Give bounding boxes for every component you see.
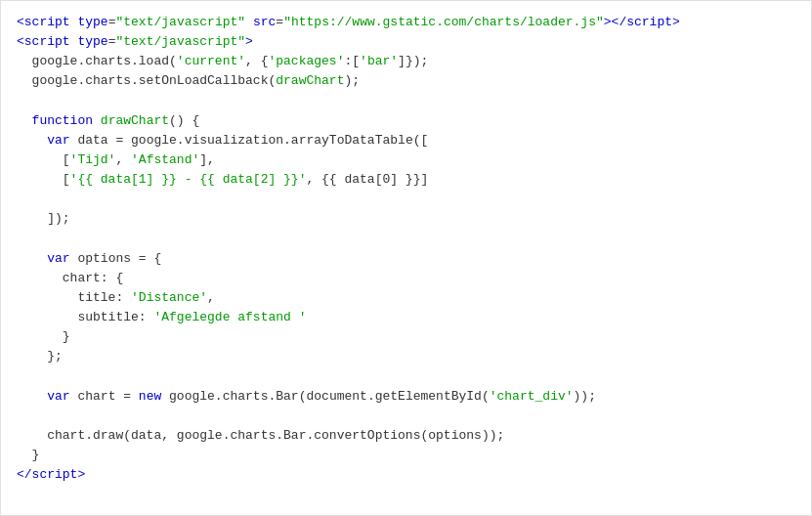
code-token: </ — [612, 15, 627, 29]
code-token: )); — [574, 389, 596, 404]
code-token: , {{ data[0] }}] — [306, 172, 428, 187]
code-token: 'packages' — [268, 54, 344, 68]
code-line: chart: { — [17, 269, 795, 288]
code-token: }; — [17, 349, 63, 364]
code-token: , { — [245, 54, 268, 68]
code-token: 'bar' — [360, 54, 398, 68]
code-line — [17, 190, 795, 209]
code-token: "https://www.gstatic.com/charts/loader.j… — [283, 15, 604, 29]
code-line — [17, 92, 795, 111]
code-token: script — [626, 15, 672, 29]
code-token — [17, 251, 47, 266]
code-token: type — [77, 15, 107, 29]
code-token: "text/javascript" — [115, 15, 245, 29]
code-token: script — [24, 15, 70, 29]
code-token: chart: { — [17, 271, 123, 285]
code-token: script — [32, 467, 78, 482]
code-token: ]); — [17, 211, 70, 226]
code-line: chart.draw(data, google.charts.Bar.conve… — [17, 426, 795, 446]
code-token: drawChart — [276, 73, 344, 88]
code-line: } — [17, 446, 795, 465]
code-token: 'chart_div' — [490, 389, 574, 404]
code-token: script — [24, 34, 70, 49]
code-token: () { — [169, 113, 199, 128]
code-line: ['Tijd', 'Afstand'], — [17, 150, 795, 170]
code-token: } — [17, 448, 39, 462]
code-token — [245, 15, 253, 29]
code-token: [ — [17, 152, 70, 167]
code-token: ); — [344, 73, 360, 88]
code-line — [17, 367, 795, 387]
code-token: drawChart — [101, 113, 169, 128]
code-line: <script type="text/javascript"> — [17, 32, 795, 52]
code-token: google.charts.setOnLoadCallback( — [17, 73, 276, 88]
code-token: > — [672, 15, 680, 29]
code-token: < — [17, 15, 24, 29]
code-line: var data = google.visualization.arrayToD… — [17, 131, 795, 150]
code-token: google.charts.load( — [17, 54, 177, 68]
code-token — [17, 389, 47, 404]
code-token: chart = — [70, 389, 139, 404]
code-token: chart.draw(data, google.charts.Bar.conve… — [17, 428, 504, 443]
code-token: 'Distance' — [131, 290, 207, 305]
code-line: }; — [17, 347, 795, 366]
code-token: title: — [17, 290, 131, 305]
code-token: var — [47, 133, 69, 148]
code-line — [17, 407, 795, 426]
code-token: function — [32, 113, 93, 128]
code-token: 'Afgelegde afstand ' — [153, 310, 306, 324]
code-token: } — [17, 329, 70, 344]
code-line: var options = { — [17, 249, 795, 269]
code-token: type — [77, 34, 107, 49]
code-token: </ — [17, 467, 32, 482]
code-token: options = { — [70, 251, 162, 266]
code-token: ]}); — [398, 54, 428, 68]
code-token: :[ — [344, 54, 360, 68]
code-token: 'Tijd' — [70, 152, 116, 167]
code-token: 'current' — [177, 54, 245, 68]
code-token: src — [253, 15, 276, 29]
code-token: var — [47, 389, 69, 404]
code-token: google.charts.Bar(document.getElementByI… — [161, 389, 489, 404]
code-token: var — [47, 251, 69, 266]
code-token: "text/javascript" — [115, 34, 245, 49]
code-line: ]); — [17, 209, 795, 229]
code-token — [17, 113, 32, 128]
code-token: '{{ data[1] }} - {{ data[2] }}' — [70, 172, 307, 187]
code-token — [17, 133, 47, 148]
code-line: } — [17, 327, 795, 347]
code-line — [17, 230, 795, 249]
code-token: ], — [199, 152, 215, 167]
code-token: < — [17, 34, 24, 49]
code-line: ['{{ data[1] }} - {{ data[2] }}', {{ dat… — [17, 170, 795, 190]
code-token: new — [139, 389, 161, 404]
code-token: > — [245, 34, 253, 49]
code-token: , — [115, 152, 131, 167]
code-line: </script> — [17, 465, 795, 485]
code-token: [ — [17, 172, 70, 187]
code-line: subtitle: 'Afgelegde afstand ' — [17, 308, 795, 327]
code-token: > — [604, 15, 612, 29]
code-line: <script type="text/javascript" src="http… — [17, 13, 795, 32]
code-line: google.charts.setOnLoadCallback(drawChar… — [17, 71, 795, 91]
code-block: <script type="text/javascript" src="http… — [0, 0, 812, 516]
code-token: , — [207, 290, 215, 305]
code-token — [93, 113, 101, 128]
code-line: google.charts.load('current', {'packages… — [17, 52, 795, 71]
code-token: = — [276, 15, 283, 29]
code-line: title: 'Distance', — [17, 288, 795, 308]
code-line: function drawChart() { — [17, 111, 795, 131]
code-token: data = google.visualization.arrayToDataT… — [70, 133, 429, 148]
code-token: 'Afstand' — [131, 152, 199, 167]
code-line: var chart = new google.charts.Bar(docume… — [17, 387, 795, 407]
code-token: > — [77, 467, 85, 482]
code-token: subtitle: — [17, 310, 153, 324]
